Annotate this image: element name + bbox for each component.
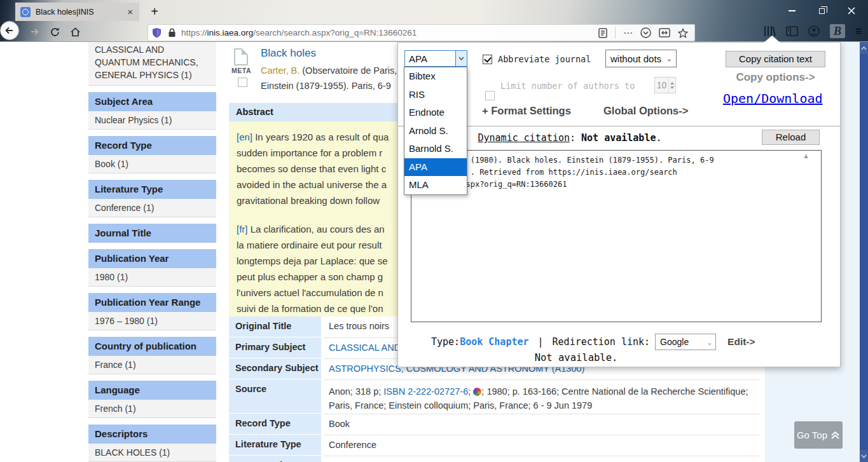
facet-item-partial[interactable]: CLASSICAL AND QUANTUM MECHANICS, GENERAL… xyxy=(88,42,216,86)
facet-header: Literature Type xyxy=(88,180,216,199)
window-close-button[interactable] xyxy=(842,5,861,17)
record-subtitle-line: Einstein (1879-1955). Paris, 6-9 xyxy=(261,81,391,91)
facet-header: Language xyxy=(88,381,216,400)
reload-button[interactable] xyxy=(47,24,62,39)
limit-authors-input[interactable]: 10 xyxy=(654,77,676,93)
navigation-toolbar: https://inis.iaea.org/search/search.aspx… xyxy=(0,21,868,42)
facet-item[interactable]: BLACK HOLES (1) xyxy=(88,444,216,462)
format-option-apa-selected[interactable]: APA xyxy=(404,158,467,177)
format-settings-link[interactable]: + Format Settings xyxy=(482,105,571,117)
facet-header: Publication Year Range xyxy=(88,293,216,312)
container-icon[interactable] xyxy=(659,28,670,37)
facet-group-subject-area: Subject Area Nuclear Physics (1) xyxy=(88,92,216,130)
format-option-arnold[interactable]: Arnold S. xyxy=(404,122,467,140)
facet-item[interactable]: Book (1) xyxy=(88,155,216,173)
tracking-shield-icon[interactable] xyxy=(152,27,162,38)
format-option-bibtex[interactable]: Bibtex xyxy=(404,67,467,86)
textarea-scroll-up-icon[interactable]: ▲ xyxy=(803,152,809,160)
facet-item[interactable]: French (1) xyxy=(88,400,216,418)
type-redirect-row: Type: Book Chapter | Redirection link: G… xyxy=(431,334,755,350)
facet-item[interactable]: Nuclear Physics (1) xyxy=(88,111,216,130)
format-option-endnote[interactable]: Endnote xyxy=(404,104,467,122)
author-link[interactable]: Carter, B. xyxy=(261,65,300,76)
facet-header: Publication Year xyxy=(88,249,216,268)
url-bar[interactable]: https://inis.iaea.org/search/search.aspx… xyxy=(148,24,695,41)
double-chevron-up-icon xyxy=(830,431,840,440)
go-top-button[interactable]: Go Top xyxy=(794,421,843,449)
chevron-down-icon: ⌄ xyxy=(708,339,715,346)
facet-group-language: Language French (1) xyxy=(88,381,216,418)
facet-item[interactable]: 1980 (1) xyxy=(88,268,216,287)
sidebar-toggle-icon[interactable] xyxy=(786,26,798,36)
facet-group-publication-year: Publication Year 1980 (1) xyxy=(88,249,216,287)
country-link[interactable]: France xyxy=(324,456,760,462)
field-row-record-type: Record Type Book xyxy=(229,414,760,435)
popup-arrow-notch xyxy=(764,36,780,43)
bookmark-star-icon[interactable] xyxy=(678,28,688,38)
format-option-ris[interactable]: RIS xyxy=(404,86,467,104)
citation-extension-icon[interactable]: B xyxy=(830,24,845,38)
menu-icon[interactable]: ≡ xyxy=(855,25,862,38)
redirect-select[interactable]: Google ⌄ xyxy=(655,334,716,350)
urlbar-divider xyxy=(615,27,616,39)
worldcat-icon[interactable] xyxy=(473,388,481,396)
edit-link[interactable]: Edit-> xyxy=(727,336,755,348)
tab-favicon-icon xyxy=(20,7,31,17)
account-icon[interactable] xyxy=(808,25,820,37)
copy-citation-button[interactable]: Copy citation text xyxy=(726,51,825,67)
facet-header: Descriptors xyxy=(88,425,216,444)
browser-tab[interactable]: Black holes|INIS × xyxy=(15,3,139,21)
limit-authors-label: Limit number of authors to xyxy=(500,81,635,91)
window-minimize-button[interactable] xyxy=(782,5,801,17)
abbreviate-journal-checkbox[interactable] xyxy=(483,55,492,64)
back-button[interactable] xyxy=(0,21,19,40)
lock-icon xyxy=(168,28,176,37)
facet-group-publication-year-range: Publication Year Range 1976 – 1980 (1) xyxy=(88,293,216,330)
pocket-icon[interactable] xyxy=(640,27,651,38)
citation-format-dropdown: Bibtex RIS Endnote Arnold S. Barnold S. … xyxy=(404,67,467,195)
reload-citation-button[interactable]: Reload xyxy=(762,130,820,145)
facet-group-journal-title: Journal Title xyxy=(88,224,216,243)
facet-item[interactable]: Conference (1) xyxy=(88,199,216,217)
scroll-down-arrow[interactable] xyxy=(860,450,868,462)
record-author-line: Carter, B. (Observatoire de Paris, xyxy=(261,65,397,76)
tab-close-icon[interactable]: × xyxy=(126,6,134,17)
page-actions-icon[interactable]: ⋯ xyxy=(623,30,633,36)
dynamic-citation-link[interactable]: Dynamic citation xyxy=(478,132,570,144)
url-text: https://inis.iaea.org/search/search.aspx… xyxy=(181,28,598,37)
abbreviate-journal-label: Abbreviate journal xyxy=(498,54,591,64)
facet-header: Journal Title xyxy=(88,224,216,243)
isbn-link[interactable]: ISBN 2-222-02727-6 xyxy=(383,386,468,397)
facet-group-country: Country of publication France (1) xyxy=(88,337,216,374)
reader-mode-icon[interactable] xyxy=(598,28,607,38)
type-value-link[interactable]: Book Chapter xyxy=(460,336,528,348)
chevron-down-icon: ⌄ xyxy=(666,55,676,63)
facet-group-record-type: Record Type Book (1) xyxy=(88,136,216,173)
chevron-down-icon xyxy=(455,51,467,66)
record-checkbox[interactable] xyxy=(238,78,247,87)
forward-button[interactable] xyxy=(27,24,42,39)
window-restore-button[interactable] xyxy=(812,5,831,17)
facet-item[interactable]: France (1) xyxy=(88,356,216,374)
facet-header: Subject Area xyxy=(88,92,216,111)
copy-options-link[interactable]: Copy options-> xyxy=(726,71,825,84)
document-icon xyxy=(234,48,248,65)
scroll-up-arrow[interactable] xyxy=(860,42,868,54)
global-options-link[interactable]: Global Options-> xyxy=(603,105,688,117)
new-tab-button[interactable]: + xyxy=(147,4,162,19)
facet-header: Country of publication xyxy=(88,337,216,356)
redirect-status-text: Not available. xyxy=(398,352,754,363)
format-option-mla[interactable]: MLA xyxy=(404,176,467,194)
citation-textarea[interactable]: Carter, B. (1980). Black holes. Einstein… xyxy=(411,150,822,322)
page-scrollbar[interactable] xyxy=(860,42,868,462)
without-dots-select[interactable]: without dots ⌄ xyxy=(605,50,677,67)
citation-format-select[interactable]: APA xyxy=(404,50,467,67)
home-button[interactable] xyxy=(67,24,83,39)
number-spinner[interactable] xyxy=(668,78,675,93)
format-option-barnold[interactable]: Barnold S. xyxy=(404,140,467,158)
citation-popup: APA Bibtex RIS Endnote Arnold S. Barnold… xyxy=(397,42,841,367)
open-download-link[interactable]: Open/Download xyxy=(723,91,823,106)
record-title-link[interactable]: Black holes xyxy=(261,47,316,60)
facet-item[interactable]: 1976 – 1980 (1) xyxy=(88,312,216,330)
limit-authors-checkbox[interactable] xyxy=(485,91,495,100)
